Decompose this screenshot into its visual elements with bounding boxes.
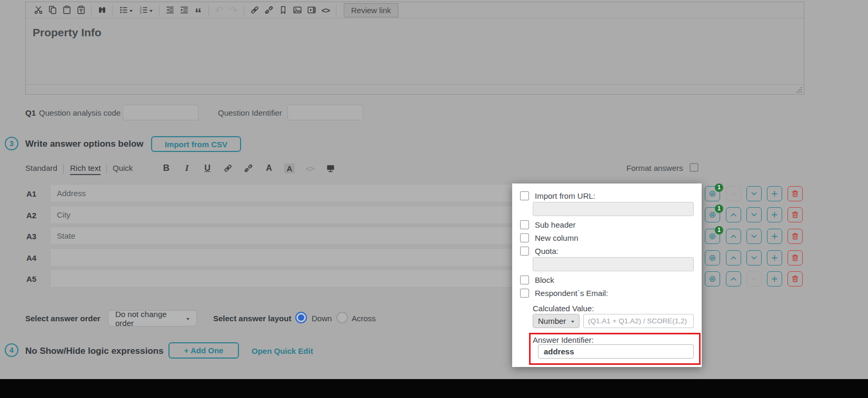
anchor-button[interactable] bbox=[276, 3, 290, 17]
move-up-button[interactable] bbox=[726, 186, 741, 201]
tab-rich-text[interactable]: Rich text bbox=[70, 164, 101, 175]
answer-order-select[interactable]: Do not change order bbox=[108, 310, 197, 326]
add-answer-button[interactable] bbox=[767, 229, 782, 244]
sub-header-checkbox[interactable] bbox=[520, 220, 529, 229]
import-from-url-input[interactable] bbox=[533, 202, 694, 216]
answer-settings-button[interactable]: 1 bbox=[705, 207, 720, 222]
move-down-button[interactable] bbox=[746, 207, 762, 222]
import-from-url-label: Import from URL: bbox=[535, 191, 595, 200]
copy-button[interactable] bbox=[45, 3, 59, 17]
move-down-button[interactable] bbox=[746, 250, 762, 266]
respondents-email-checkbox[interactable] bbox=[520, 289, 529, 298]
insert-link-button[interactable] bbox=[247, 3, 262, 17]
question-text[interactable]: Property Info bbox=[33, 26, 102, 39]
import-from-url-checkbox[interactable] bbox=[520, 191, 529, 200]
editor-statusbar bbox=[26, 84, 804, 94]
add-answer-button[interactable] bbox=[767, 271, 782, 287]
calculated-value-type-select[interactable]: Number bbox=[533, 314, 580, 328]
text-color-button[interactable]: A bbox=[262, 162, 276, 175]
answer-settings-button[interactable]: 1 bbox=[705, 186, 720, 201]
block-checkbox[interactable] bbox=[520, 275, 529, 284]
answer-source-code-button[interactable]: <> bbox=[303, 162, 317, 175]
underline-icon: U bbox=[204, 164, 211, 173]
analysis-code-input[interactable] bbox=[123, 105, 198, 120]
tab-quick[interactable]: Quick bbox=[113, 164, 133, 172]
answer-settings-button[interactable]: 1 bbox=[705, 229, 720, 244]
respondents-email-label: Respondent`s Email: bbox=[535, 289, 608, 298]
chevron-down-icon bbox=[750, 253, 759, 262]
highlight-color-button[interactable]: A bbox=[283, 162, 296, 175]
add-one-button[interactable]: + Add One bbox=[168, 342, 239, 359]
question-identifier-input[interactable] bbox=[287, 105, 363, 120]
add-answer-button[interactable] bbox=[767, 186, 782, 201]
chevron-up-icon bbox=[729, 232, 738, 241]
undo-button[interactable]: ↶ bbox=[212, 3, 226, 17]
move-down-button[interactable] bbox=[746, 186, 762, 201]
outdent-button[interactable] bbox=[163, 3, 177, 17]
chevron-down-icon bbox=[750, 274, 759, 283]
redo-button[interactable]: ↷ bbox=[226, 3, 241, 17]
format-answers-checkbox[interactable] bbox=[690, 163, 699, 172]
chevron-up-icon bbox=[729, 274, 738, 283]
numbered-list-button[interactable]: 123 bbox=[136, 3, 156, 17]
move-up-button[interactable] bbox=[726, 207, 741, 222]
calculated-value-formula-input[interactable] bbox=[583, 314, 694, 328]
chevron-down-icon bbox=[186, 318, 189, 322]
blockquote-button[interactable]: “ bbox=[191, 3, 205, 17]
source-code-button[interactable]: <> bbox=[318, 3, 333, 17]
insert-image-button[interactable] bbox=[290, 3, 304, 17]
paste-button[interactable] bbox=[59, 3, 74, 17]
delete-answer-button[interactable] bbox=[787, 229, 803, 244]
answer-settings-button[interactable] bbox=[705, 250, 720, 266]
answer-settings-button[interactable] bbox=[705, 271, 720, 287]
quota-checkbox[interactable] bbox=[520, 247, 529, 256]
answer-order-value: Do not change order bbox=[115, 310, 186, 328]
delete-answer-button[interactable] bbox=[787, 250, 803, 266]
move-up-button[interactable] bbox=[726, 271, 741, 287]
underline-button[interactable]: U bbox=[201, 162, 214, 175]
add-answer-button[interactable] bbox=[767, 207, 782, 222]
bullet-list-button[interactable] bbox=[116, 3, 136, 17]
blockquote-icon: “ bbox=[195, 11, 202, 16]
format-answers-label: Format answers bbox=[626, 164, 683, 172]
settings-badge: 1 bbox=[715, 183, 723, 192]
remove-link-button[interactable] bbox=[262, 3, 276, 17]
tab-standard[interactable]: Standard bbox=[25, 164, 57, 172]
move-up-button[interactable] bbox=[726, 229, 741, 244]
italic-button[interactable]: I bbox=[180, 162, 194, 175]
quota-input[interactable] bbox=[533, 257, 694, 271]
add-answer-button[interactable] bbox=[767, 250, 782, 266]
paste-as-text-button[interactable] bbox=[74, 3, 88, 17]
display-preview-button[interactable] bbox=[324, 162, 337, 175]
move-down-button[interactable] bbox=[746, 271, 762, 287]
find-replace-button[interactable] bbox=[95, 3, 109, 17]
delete-answer-button[interactable] bbox=[787, 271, 803, 287]
answer-unlink-button[interactable] bbox=[242, 162, 255, 175]
gear-icon bbox=[708, 253, 717, 262]
copy-icon bbox=[48, 5, 57, 15]
display-icon bbox=[326, 164, 335, 173]
open-quick-edit-link[interactable]: Open Quick Edit bbox=[252, 346, 313, 355]
new-column-checkbox[interactable] bbox=[520, 233, 529, 242]
insert-media-button[interactable] bbox=[304, 3, 318, 17]
answer-link-button[interactable] bbox=[221, 162, 235, 175]
answer-identifier-input[interactable] bbox=[538, 344, 694, 359]
delete-answer-button[interactable] bbox=[787, 207, 803, 222]
move-up-button[interactable] bbox=[726, 250, 741, 266]
resize-grip-icon[interactable] bbox=[795, 86, 802, 93]
paste-icon bbox=[62, 5, 72, 15]
move-down-button[interactable] bbox=[746, 229, 762, 244]
review-link-button[interactable]: Review link bbox=[344, 3, 398, 17]
indent-button[interactable] bbox=[177, 3, 191, 17]
import-from-csv-button[interactable]: Import from CSV bbox=[151, 136, 241, 152]
bold-button[interactable]: B bbox=[159, 162, 173, 175]
delete-answer-button[interactable] bbox=[787, 186, 803, 201]
unlink-icon bbox=[244, 164, 253, 173]
chevron-down-icon bbox=[129, 10, 133, 14]
text-color-icon: A bbox=[266, 164, 272, 173]
italic-icon: I bbox=[185, 163, 189, 174]
layout-across-radio[interactable] bbox=[336, 312, 348, 323]
settings-badge: 1 bbox=[715, 205, 723, 213]
cut-button[interactable] bbox=[31, 3, 45, 17]
layout-down-radio[interactable] bbox=[295, 312, 307, 323]
